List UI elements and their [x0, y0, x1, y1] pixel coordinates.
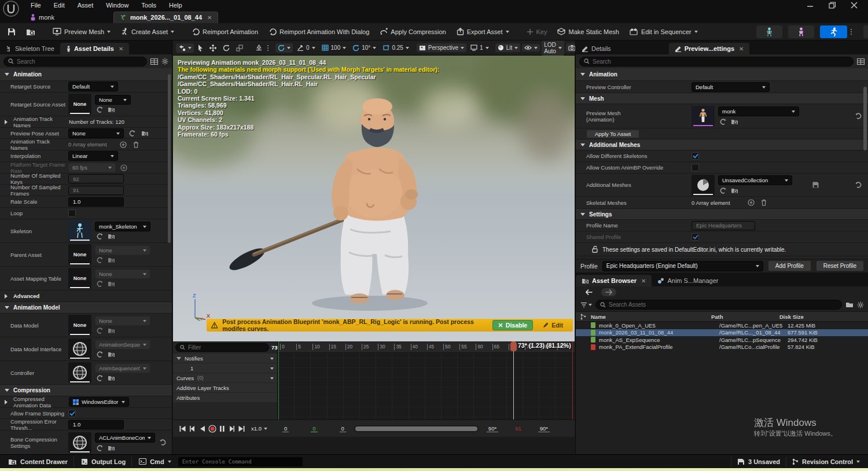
reset-to-default-icon[interactable] [854, 112, 863, 120]
go-to-front-button[interactable] [178, 424, 187, 434]
current-frame-value[interactable]: 0 [311, 425, 317, 432]
gear-icon[interactable] [161, 58, 168, 65]
use-selected-icon[interactable] [718, 186, 727, 194]
browse-to-asset-icon[interactable] [140, 129, 149, 137]
column-name[interactable]: Name [591, 314, 711, 320]
retarget-source-dropdown[interactable]: Default [68, 82, 118, 91]
disable-post-process-button[interactable]: Disable [492, 320, 533, 330]
tab-details[interactable]: Details [576, 43, 617, 54]
section-mesh[interactable]: Mesh [576, 93, 868, 104]
browse-to-asset-icon[interactable] [106, 280, 116, 288]
tab-asset-details[interactable]: Asset Details ✕ [60, 43, 129, 54]
tab-preview-settings[interactable]: Preview...ettings ✕ [669, 43, 750, 54]
section-animation-rp[interactable]: Animation [576, 68, 868, 81]
timeline-filter-input[interactable] [188, 344, 264, 351]
bone-compression-dropdown[interactable]: ACLAnimBoneCompre [95, 433, 155, 443]
asset-row[interactable]: monk_0_Open_A_UE5/Game/RLC...pen_A_UE512… [576, 322, 868, 329]
menu-help[interactable]: Help [163, 2, 189, 9]
console-command-box[interactable] [178, 457, 303, 466]
screen-percentage-button[interactable]: 1 [468, 43, 491, 52]
object-thumbnail[interactable] [68, 432, 91, 453]
snap-options[interactable] [264, 45, 271, 51]
save-button[interactable] [3, 25, 20, 38]
menu-tools[interactable]: Tools [135, 2, 163, 9]
object-thumbnail[interactable] [68, 338, 91, 359]
collapse-arrow-icon[interactable] [176, 357, 181, 362]
section-compression[interactable]: Compression [0, 385, 172, 396]
viewport-options-button[interactable] [176, 43, 194, 53]
asset-row[interactable]: monk_2026_03_11_01_08_44/Game/RLC..._01_… [576, 329, 868, 337]
animation-editor-button[interactable] [820, 25, 847, 38]
minimize-button[interactable] [807, 2, 814, 9]
rotate-tool-button[interactable] [220, 43, 232, 53]
perspective-button[interactable]: Perspective [417, 43, 466, 52]
browse-to-asset-icon[interactable] [106, 444, 116, 452]
browse-to-asset-icon[interactable] [106, 233, 116, 241]
reimport-animation-button[interactable]: Reimport Animation [187, 25, 262, 38]
section-advanced[interactable]: Advanced [0, 290, 172, 302]
output-log-button[interactable]: Output Log [75, 457, 132, 467]
interpolation-dropdown[interactable]: Linear [68, 151, 118, 161]
rotation-snap-button[interactable]: 10° [350, 43, 378, 53]
browse-asset-button[interactable] [22, 25, 39, 38]
unsaved-button[interactable]: 3 Unsaved [731, 457, 786, 467]
asset-thumbnail-none[interactable]: None [68, 268, 91, 289]
playhead-handle[interactable] [510, 341, 517, 351]
skeleton-editor-button[interactable] [756, 25, 782, 38]
rate-scale-input[interactable]: 1.0 [68, 197, 124, 207]
content-drawer-button[interactable]: Content Drawer [2, 457, 74, 467]
tab-asset-browser[interactable]: Asset Browser ✕ [576, 275, 652, 286]
filter-button[interactable] [580, 302, 592, 308]
chevron-down-icon[interactable] [270, 377, 274, 381]
reset-profile-button[interactable]: Reset Profile [816, 260, 864, 271]
track-notify-1[interactable]: 1 [173, 363, 277, 373]
pause-button[interactable] [217, 424, 227, 434]
expand-arrow-icon[interactable] [5, 120, 10, 124]
skeleton-dropdown[interactable]: monk_Skeleton [95, 222, 150, 231]
add-profile-button[interactable]: Add Profile [768, 260, 811, 271]
left-search-input[interactable] [17, 58, 142, 65]
menu-edit[interactable]: Edit [47, 2, 71, 9]
table-view-icon[interactable] [857, 58, 865, 65]
use-selected-icon[interactable] [127, 129, 137, 137]
track-attributes[interactable]: Attributes [173, 393, 277, 402]
section-animation[interactable]: Animation [0, 68, 172, 81]
asset-row[interactable]: monk_AS_ExpSequence/Game/RLC...pSequence… [576, 336, 868, 344]
range-end-value[interactable]: 90* [487, 425, 498, 432]
lit-mode-button[interactable]: Lit [495, 43, 521, 52]
column-disk-size[interactable]: Disk Size [779, 314, 868, 320]
step-backward-button[interactable] [187, 424, 197, 434]
section-additional-meshes[interactable]: Additional Meshes [576, 139, 868, 150]
scale-tool-button[interactable] [234, 43, 245, 53]
browse-to-asset-icon[interactable] [106, 351, 116, 359]
trash-icon[interactable] [759, 198, 768, 207]
close-icon[interactable]: ✕ [119, 46, 123, 52]
monk-mesh-thumbnail[interactable] [692, 106, 715, 127]
use-selected-icon[interactable] [95, 444, 104, 452]
go-to-end-button[interactable] [237, 424, 247, 434]
browse-to-asset-icon[interactable] [106, 374, 116, 382]
right-search-input[interactable] [593, 58, 849, 65]
add-element-icon[interactable] [119, 141, 128, 149]
use-selected-icon[interactable] [95, 280, 104, 288]
select-tool-button[interactable] [196, 43, 205, 53]
asset-thumbnail-none[interactable]: None [68, 244, 91, 265]
show-flags-button[interactable] [522, 44, 540, 51]
edit-in-sequencer-button[interactable]: Edit in Sequencer [626, 25, 702, 38]
skeletal-mesh-editor-button[interactable] [788, 25, 814, 38]
step-forward-button[interactable] [227, 424, 237, 434]
timeline-filter-box[interactable] [175, 343, 269, 352]
compression-error-input[interactable]: 1.0 [68, 420, 124, 429]
edit-post-process-button[interactable]: Edit [538, 321, 568, 330]
world-local-toggle[interactable] [275, 43, 293, 53]
close-icon[interactable]: ✕ [641, 278, 646, 284]
table-view-icon[interactable] [150, 58, 158, 65]
chevron-down-icon[interactable] [270, 367, 274, 371]
right-search-box[interactable] [579, 57, 854, 67]
trash-icon[interactable] [131, 141, 141, 149]
move-tool-button[interactable] [207, 43, 219, 53]
preview-controller-dropdown[interactable]: Default [692, 82, 770, 92]
apply-compression-button[interactable]: Apply Compression [376, 25, 450, 38]
loop-checkbox[interactable] [68, 209, 76, 217]
retarget-asset-dropdown[interactable]: None [95, 95, 131, 105]
